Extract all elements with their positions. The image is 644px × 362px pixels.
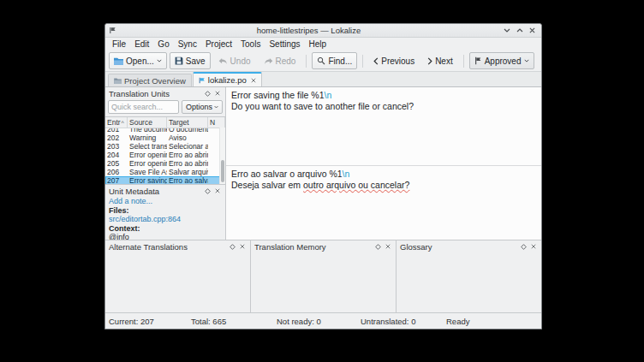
menu-project[interactable]: Project (201, 39, 236, 49)
cell-source: Select transla... (128, 142, 167, 151)
find-button[interactable]: Find... (312, 52, 357, 69)
sort-ascending-icon: ^ (122, 120, 124, 126)
open-label: Open... (126, 56, 154, 66)
menu-settings[interactable]: Settings (265, 39, 304, 49)
save-label: Save (186, 56, 206, 66)
options-button[interactable]: Options (182, 100, 223, 114)
undo-button[interactable]: Undo (213, 52, 256, 69)
column-entry[interactable]: Entr ^ (105, 117, 128, 128)
translation-units-titlebar: Translation Units (105, 87, 225, 99)
scrollbar-thumb[interactable] (221, 160, 224, 182)
chevron-down-icon (214, 105, 218, 109)
tab-close-icon[interactable] (251, 78, 256, 83)
cell-entry: 203 (105, 142, 128, 151)
approved-button[interactable]: Approved (469, 52, 534, 69)
column-notes[interactable]: N (208, 117, 225, 128)
float-dock-icon[interactable] (373, 242, 383, 252)
menu-help[interactable]: Help (305, 39, 331, 49)
cell-target: Erro ao abrir ... (167, 159, 208, 168)
translation-memory-titlebar: Translation Memory (251, 240, 396, 252)
menu-edit[interactable]: Edit (130, 39, 153, 49)
toolbar-separator (463, 55, 464, 68)
previous-button[interactable]: Previous (368, 52, 420, 69)
misspelled-text: outro arquivo ou cancelar? (303, 180, 409, 190)
translation-memory-title: Translation Memory (254, 242, 373, 252)
close-dock-icon[interactable] (237, 242, 247, 252)
menu-go[interactable]: Go (153, 39, 173, 49)
open-button[interactable]: Open... (109, 52, 167, 69)
titlebar[interactable]: home-littlestripes — Lokalize (105, 24, 541, 38)
menu-sync[interactable]: Sync (174, 39, 201, 49)
cell-source: Warning (128, 134, 167, 142)
translation-units-dock: Translation Units Options (105, 87, 225, 185)
tab-project-overview[interactable]: Project Overview (108, 74, 192, 86)
status-current: Current: 207 (109, 317, 191, 326)
find-label: Find... (328, 56, 352, 66)
add-note-link[interactable]: Add a note... (109, 197, 222, 206)
minimize-button[interactable] (501, 26, 512, 35)
maximize-button[interactable] (514, 26, 525, 35)
redo-button[interactable]: Redo (259, 52, 301, 69)
target-text: Erro ao salvar o arquivo %1 (231, 169, 343, 179)
newline-token: \n (325, 90, 332, 100)
column-entry-label: Entr (107, 118, 121, 127)
next-button[interactable]: Next (422, 52, 458, 69)
menubar: File Edit Go Sync Project Tools Settings… (105, 38, 541, 50)
status-not-ready: Not ready: 0 (277, 317, 361, 326)
unit-metadata-content: Add a note... Files: src/editortab.cpp:8… (105, 197, 225, 240)
units-table: Entr ^ Source Target N 201 The documen..… (105, 116, 225, 184)
cell-entry: 205 (105, 159, 128, 168)
float-dock-icon[interactable] (228, 242, 237, 252)
unit-metadata-dock: Unit Metadata Add a note... Files: src/e… (105, 185, 225, 240)
next-label: Next (435, 56, 453, 66)
save-button[interactable]: Save (170, 52, 211, 69)
lokalize-window: home-littlestripes — Lokalize File Edit … (104, 23, 542, 329)
target-text-editor[interactable]: Erro ao salvar o arquivo %1\n Deseja sal… (226, 166, 541, 240)
close-button[interactable] (527, 26, 538, 35)
quick-search-input[interactable] (108, 100, 179, 114)
table-row[interactable]: 202 Warning Aviso (105, 134, 225, 142)
toolbar: Open... Save Undo (105, 50, 541, 72)
close-dock-icon[interactable] (212, 89, 222, 98)
cell-source: Save File As (128, 168, 167, 176)
column-source[interactable]: Source (128, 117, 167, 128)
menu-file[interactable]: File (108, 39, 130, 49)
close-dock-icon[interactable] (212, 187, 222, 196)
close-dock-icon[interactable] (528, 242, 538, 252)
status-ready: Ready (446, 317, 469, 326)
glossary-titlebar: Glossary (397, 240, 541, 252)
cell-entry: 206 (105, 168, 128, 176)
unit-metadata-titlebar: Unit Metadata (105, 185, 225, 197)
statusbar: Current: 207 Total: 665 Not ready: 0 Unt… (105, 312, 541, 329)
table-row[interactable]: 204 Error openin... Erro ao abrir ... (105, 151, 225, 159)
menu-tools[interactable]: Tools (236, 39, 265, 49)
file-link[interactable]: src/editortab.cpp:864 (109, 215, 222, 224)
window-title: home-littlestripes — Lokalize (118, 26, 499, 35)
table-row[interactable]: 203 Select transla... Selecionar ar... (105, 142, 225, 151)
status-total: Total: 665 (191, 317, 277, 326)
target-line-2: Deseja salvar em outro arquivo ou cancel… (231, 180, 536, 191)
chevron-down-icon (524, 59, 529, 62)
search-icon (317, 56, 325, 65)
float-dock-icon[interactable] (519, 242, 528, 252)
table-row[interactable]: 205 Error openin... Erro ao abrir ... (105, 159, 225, 168)
undo-label: Undo (230, 56, 251, 66)
cell-target: Aviso (167, 134, 208, 142)
float-dock-icon[interactable] (203, 89, 212, 98)
desktop-background: home-littlestripes — Lokalize File Edit … (0, 0, 644, 362)
table-scrollbar[interactable] (219, 128, 225, 184)
alternate-translations-dock: Alternate Translations (105, 240, 251, 312)
file-flag-icon (199, 77, 206, 84)
redo-label: Redo (276, 56, 296, 66)
tab-lokalize-po[interactable]: lokalize.po (193, 72, 262, 86)
glossary-content (397, 252, 541, 312)
glossary-title: Glossary (400, 242, 519, 252)
source-text: Error saving the file %1 (231, 90, 325, 100)
translation-editor: Error saving the file %1\n Do you want t… (226, 87, 541, 240)
cell-entry: 202 (105, 134, 128, 142)
column-target[interactable]: Target (167, 117, 208, 128)
table-row[interactable]: 206 Save File As Salvar arquiv... (105, 168, 225, 176)
table-row-selected[interactable]: 207 Error saving t... Erro ao salvar... (105, 176, 225, 184)
close-dock-icon[interactable] (383, 242, 392, 252)
float-dock-icon[interactable] (203, 187, 212, 196)
